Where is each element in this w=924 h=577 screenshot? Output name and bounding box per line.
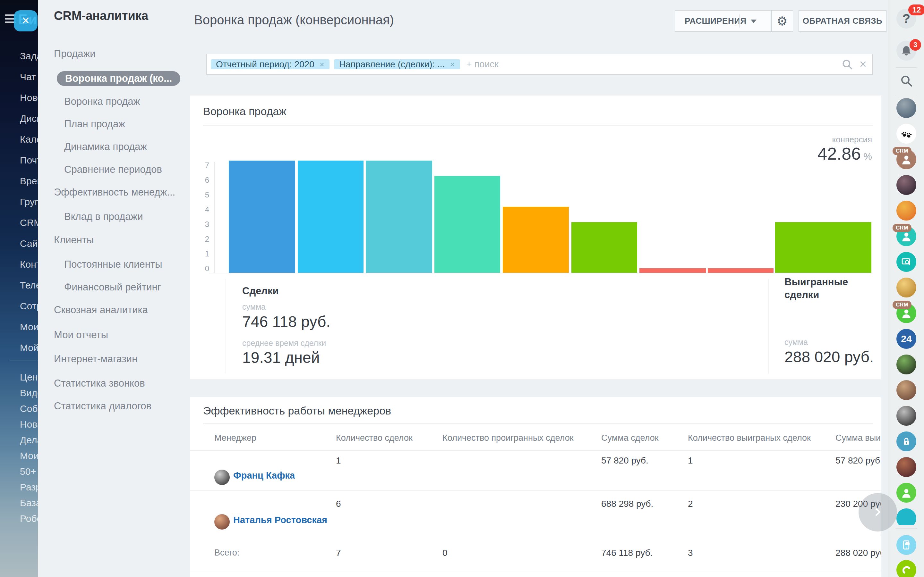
rail-item[interactable]: Теле — [20, 279, 38, 292]
crm-analytics-menu: CRM-аналитика ПродажиВоронка продаж (ко.… — [38, 0, 180, 577]
menu-item-статистика-звонков[interactable]: Статистика звонков — [54, 376, 145, 391]
avatar-lock-icon[interactable] — [897, 432, 916, 451]
menu-item-воронка-продаж[interactable]: Воронка продаж — [64, 94, 140, 109]
crm-badge: CRM — [893, 301, 911, 309]
avatar-photo-woman[interactable] — [897, 175, 916, 195]
divider — [190, 490, 881, 491]
menu-item-сравнение-периодов[interactable]: Сравнение периодов — [64, 162, 162, 177]
remove-chip-icon[interactable]: × — [320, 60, 325, 69]
avatar-crm-contact[interactable]: CRM — [897, 149, 916, 169]
avatar-paws-icon[interactable] — [897, 124, 916, 143]
menu-item-постоянные-клиенты[interactable]: Постоянные клиенты — [64, 257, 162, 272]
funnel-bar-stage-2 — [298, 161, 363, 273]
manager-link[interactable]: Наталья Ростовская — [233, 515, 327, 525]
rail-item[interactable]: Конт — [20, 258, 38, 271]
rail-item[interactable]: Разр — [20, 481, 38, 494]
rail-item[interactable]: Нова — [20, 418, 38, 431]
filter-search-bar[interactable]: Отчетный период: 2020×Направление (сделк… — [206, 54, 873, 75]
column-header: Количество проигранных сделок — [443, 433, 573, 443]
menu-item-статистика-диалогов[interactable]: Статистика диалогов — [54, 399, 152, 414]
rail-item[interactable]: Чат и — [20, 71, 38, 83]
menu-item-интернет-магазин[interactable]: Интернет-магазин — [54, 351, 137, 366]
rail-item[interactable]: Цент — [20, 371, 38, 384]
avatar-partial[interactable] — [897, 508, 916, 525]
avatar-photo-woman3[interactable] — [897, 457, 916, 477]
rail-item[interactable]: Почт — [20, 154, 38, 167]
table-cell: 6 — [336, 499, 341, 509]
telephony-icon[interactable] — [897, 560, 916, 577]
menu-item-клиенты[interactable]: Клиенты — [54, 233, 94, 247]
mobile-app-icon[interactable] — [897, 535, 916, 555]
rail-item[interactable]: Дела — [20, 434, 38, 446]
panel-title: CRM-аналитика — [54, 9, 148, 23]
rail-item[interactable]: Груп — [20, 195, 38, 208]
settings-gear-button[interactable]: ⚙ — [771, 10, 793, 32]
rail-item[interactable]: Собр — [20, 402, 38, 415]
avatar-photo-woman2[interactable] — [897, 380, 916, 400]
avatar-cartoon-woman[interactable] — [897, 277, 916, 298]
rail-item[interactable]: Виде — [20, 387, 38, 400]
menu-item-эффективность-менедж-[interactable]: Эффективность менедж... — [54, 185, 175, 200]
deals-avg-value: 19.31 дней — [242, 349, 320, 366]
close-menu-button[interactable]: × — [14, 10, 37, 31]
filter-chip[interactable]: Направление (сделки): ...× — [334, 59, 460, 69]
rail-item[interactable]: Кале — [20, 133, 38, 146]
table-cell: 57 820 руб. — [601, 456, 648, 466]
rail-item[interactable]: Ново — [20, 91, 38, 104]
avatar-photo-man[interactable] — [897, 355, 916, 374]
avatar-photo-kafka[interactable] — [897, 406, 916, 426]
menu-item-сквозная-аналитика[interactable]: Сквозная аналитика — [54, 303, 148, 318]
menu-item-воронка-продаж-ко-[interactable]: Воронка продаж (ко... — [57, 71, 180, 86]
rail-item[interactable]: Сайт — [20, 237, 38, 250]
summary-divider — [768, 279, 769, 374]
rail-search-button[interactable] — [897, 71, 916, 91]
rail-item[interactable]: CRM — [20, 216, 38, 229]
total-label: Всего: — [214, 548, 239, 558]
feedback-button[interactable]: ОБРАТНАЯ СВЯЗЬ — [798, 10, 887, 32]
conversion-label: конверсия — [832, 135, 872, 145]
clear-filter-icon[interactable]: × — [859, 57, 867, 71]
table-scroll-right-button[interactable]: › — [859, 493, 897, 532]
rail-item[interactable]: Мои — [20, 321, 38, 334]
rail-item[interactable]: Диск — [20, 112, 38, 125]
search-input[interactable]: + поиск — [467, 59, 841, 69]
menu-item-мои-отчеты[interactable]: Мои отчеты — [54, 327, 108, 342]
avatar-bitrix24[interactable]: 24 — [897, 329, 916, 349]
avatar-photo-worker[interactable] — [897, 98, 916, 118]
rail-item[interactable]: 50+ г — [20, 465, 38, 478]
manager-link[interactable]: Франц Кафка — [233, 470, 295, 481]
avatar-crm-contact[interactable]: CRM — [897, 226, 916, 246]
won-summary-title: Выигранныесделки — [784, 276, 848, 301]
rail-item[interactable]: Врем — [20, 175, 38, 187]
menu-item-финансовый-рейтинг[interactable]: Финансовый рейтинг — [64, 280, 161, 295]
chevron-down-icon[interactable] — [751, 19, 756, 23]
help-badge: 12 — [908, 5, 924, 15]
menu-item-продажи[interactable]: Продажи — [54, 47, 95, 61]
rail-item[interactable]: Сотр — [20, 300, 38, 313]
avatar-screen-search-icon[interactable] — [897, 252, 916, 272]
rail-item[interactable]: База — [20, 496, 38, 509]
menu-item-динамика-продаж[interactable]: Динамика продаж — [64, 139, 147, 154]
funnel-heading: Воронка продаж — [203, 105, 286, 118]
rail-item[interactable]: Мои — [20, 450, 38, 462]
menu-item-вклад-в-продажи[interactable]: Вклад в продажи — [64, 210, 143, 224]
remove-chip-icon[interactable]: × — [450, 60, 455, 69]
avatar-person[interactable] — [897, 483, 916, 503]
divider — [203, 423, 873, 424]
rail-item[interactable]: Робо — [20, 512, 38, 525]
y-tick: 7 — [196, 161, 209, 170]
menu-item-план-продаж[interactable]: План продаж — [64, 117, 125, 131]
avatar-crm-contact[interactable]: CRM — [897, 303, 916, 323]
column-header: Сумма сделок — [601, 433, 659, 443]
recent-chats-list: CRMCRMCRM24 — [888, 98, 924, 525]
rail-item[interactable]: Зада — [20, 50, 38, 63]
filter-chips: Отчетный период: 2020×Направление (сделк… — [211, 57, 465, 71]
avatar — [214, 514, 230, 530]
search-icon[interactable] — [841, 58, 854, 71]
filter-chip[interactable]: Отчетный период: 2020× — [211, 59, 330, 69]
avatar-photo-art[interactable] — [897, 201, 916, 221]
rail-item[interactable]: Мой — [20, 342, 38, 354]
y-tick: 4 — [196, 205, 209, 214]
y-tick: 2 — [196, 234, 209, 244]
extensions-button[interactable]: РАСШИРЕНИЯ — [675, 10, 771, 32]
